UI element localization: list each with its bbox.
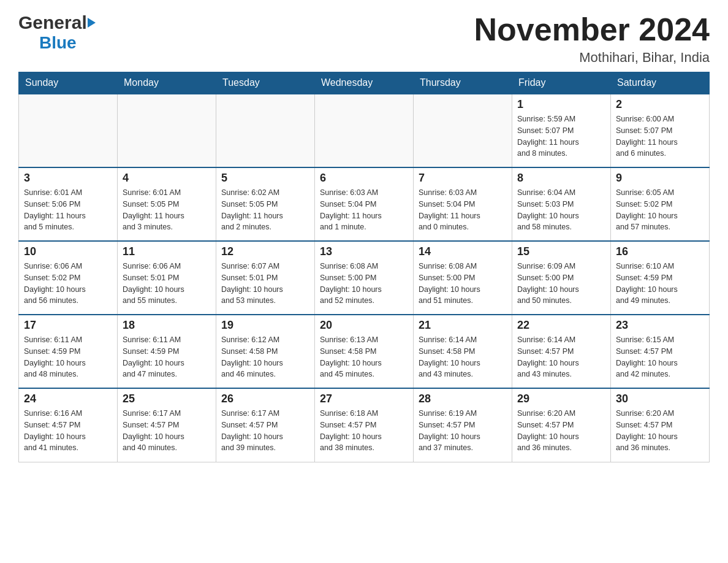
weekday-header-friday: Friday bbox=[512, 72, 611, 94]
weekday-header-wednesday: Wednesday bbox=[315, 72, 414, 94]
calendar-cell: 18Sunrise: 6:11 AM Sunset: 4:59 PM Dayli… bbox=[118, 315, 216, 388]
day-number: 24 bbox=[24, 393, 112, 405]
day-info: Sunrise: 6:18 AM Sunset: 4:57 PM Dayligh… bbox=[320, 408, 408, 454]
day-info: Sunrise: 6:11 AM Sunset: 4:59 PM Dayligh… bbox=[123, 334, 211, 380]
day-number: 15 bbox=[517, 245, 605, 258]
day-info: Sunrise: 6:09 AM Sunset: 5:00 PM Dayligh… bbox=[517, 261, 605, 307]
calendar-cell: 24Sunrise: 6:16 AM Sunset: 4:57 PM Dayli… bbox=[19, 388, 118, 462]
day-info: Sunrise: 6:16 AM Sunset: 4:57 PM Dayligh… bbox=[24, 408, 112, 454]
day-info: Sunrise: 6:17 AM Sunset: 4:57 PM Dayligh… bbox=[123, 408, 211, 454]
weekday-header-row: SundayMondayTuesdayWednesdayThursdayFrid… bbox=[19, 72, 710, 94]
day-info: Sunrise: 6:17 AM Sunset: 4:57 PM Dayligh… bbox=[221, 408, 309, 454]
day-info: Sunrise: 6:03 AM Sunset: 5:04 PM Dayligh… bbox=[419, 187, 507, 233]
calendar-cell: 27Sunrise: 6:18 AM Sunset: 4:57 PM Dayli… bbox=[315, 388, 414, 462]
day-number: 11 bbox=[123, 245, 211, 258]
day-info: Sunrise: 6:14 AM Sunset: 4:57 PM Dayligh… bbox=[517, 334, 605, 380]
day-info: Sunrise: 6:11 AM Sunset: 4:59 PM Dayligh… bbox=[24, 334, 112, 380]
day-number: 23 bbox=[616, 319, 704, 332]
day-number: 10 bbox=[24, 245, 112, 258]
day-number: 8 bbox=[517, 172, 605, 185]
logo: General Blue bbox=[18, 12, 96, 53]
day-number: 27 bbox=[320, 393, 408, 405]
calendar-cell: 20Sunrise: 6:13 AM Sunset: 4:58 PM Dayli… bbox=[315, 315, 414, 388]
calendar-cell: 7Sunrise: 6:03 AM Sunset: 5:04 PM Daylig… bbox=[414, 167, 512, 241]
day-number: 7 bbox=[419, 172, 507, 185]
calendar-cell: 29Sunrise: 6:20 AM Sunset: 4:57 PM Dayli… bbox=[512, 388, 611, 462]
weekday-header-monday: Monday bbox=[118, 72, 216, 94]
day-info: Sunrise: 6:00 AM Sunset: 5:07 PM Dayligh… bbox=[616, 113, 704, 159]
calendar-week-row: 24Sunrise: 6:16 AM Sunset: 4:57 PM Dayli… bbox=[19, 388, 710, 462]
calendar-cell bbox=[19, 94, 118, 167]
month-title: November 2024 bbox=[474, 12, 710, 47]
day-info: Sunrise: 6:01 AM Sunset: 5:06 PM Dayligh… bbox=[24, 187, 112, 233]
calendar-cell: 16Sunrise: 6:10 AM Sunset: 4:59 PM Dayli… bbox=[611, 241, 710, 315]
logo-general-text: General bbox=[18, 12, 87, 33]
calendar-cell: 30Sunrise: 6:20 AM Sunset: 4:57 PM Dayli… bbox=[611, 388, 710, 462]
day-number: 22 bbox=[517, 319, 605, 332]
day-number: 25 bbox=[123, 393, 211, 405]
location-title: Mothihari, Bihar, India bbox=[474, 50, 710, 66]
calendar-cell: 1Sunrise: 5:59 AM Sunset: 5:07 PM Daylig… bbox=[512, 94, 611, 167]
day-number: 16 bbox=[616, 245, 704, 258]
day-number: 18 bbox=[123, 319, 211, 332]
day-number: 3 bbox=[24, 172, 112, 185]
day-info: Sunrise: 6:06 AM Sunset: 5:02 PM Dayligh… bbox=[24, 261, 112, 307]
day-number: 17 bbox=[24, 319, 112, 332]
calendar-cell: 9Sunrise: 6:05 AM Sunset: 5:02 PM Daylig… bbox=[611, 167, 710, 241]
page-header: General Blue November 2024 Mothihari, Bi… bbox=[18, 12, 710, 66]
day-number: 13 bbox=[320, 245, 408, 258]
day-info: Sunrise: 6:07 AM Sunset: 5:01 PM Dayligh… bbox=[221, 261, 309, 307]
calendar-cell: 4Sunrise: 6:01 AM Sunset: 5:05 PM Daylig… bbox=[118, 167, 216, 241]
calendar-cell bbox=[118, 94, 216, 167]
day-number: 21 bbox=[419, 319, 507, 332]
logo-blue-text: Blue bbox=[39, 33, 77, 53]
day-info: Sunrise: 6:15 AM Sunset: 4:57 PM Dayligh… bbox=[616, 334, 704, 380]
calendar-cell: 5Sunrise: 6:02 AM Sunset: 5:05 PM Daylig… bbox=[216, 167, 315, 241]
calendar-cell: 17Sunrise: 6:11 AM Sunset: 4:59 PM Dayli… bbox=[19, 315, 118, 388]
day-info: Sunrise: 6:13 AM Sunset: 4:58 PM Dayligh… bbox=[320, 334, 408, 380]
day-info: Sunrise: 6:08 AM Sunset: 5:00 PM Dayligh… bbox=[419, 261, 507, 307]
calendar-week-row: 3Sunrise: 6:01 AM Sunset: 5:06 PM Daylig… bbox=[19, 167, 710, 241]
day-number: 9 bbox=[616, 172, 704, 185]
day-number: 30 bbox=[616, 393, 704, 405]
calendar-cell: 15Sunrise: 6:09 AM Sunset: 5:00 PM Dayli… bbox=[512, 241, 611, 315]
day-number: 28 bbox=[419, 393, 507, 405]
title-section: November 2024 Mothihari, Bihar, India bbox=[474, 12, 710, 66]
day-number: 5 bbox=[221, 172, 309, 185]
day-info: Sunrise: 6:03 AM Sunset: 5:04 PM Dayligh… bbox=[320, 187, 408, 233]
day-info: Sunrise: 6:05 AM Sunset: 5:02 PM Dayligh… bbox=[616, 187, 704, 233]
calendar-cell: 28Sunrise: 6:19 AM Sunset: 4:57 PM Dayli… bbox=[414, 388, 512, 462]
calendar-week-row: 17Sunrise: 6:11 AM Sunset: 4:59 PM Dayli… bbox=[19, 315, 710, 388]
calendar-table: SundayMondayTuesdayWednesdayThursdayFrid… bbox=[18, 72, 710, 462]
calendar-cell: 22Sunrise: 6:14 AM Sunset: 4:57 PM Dayli… bbox=[512, 315, 611, 388]
day-info: Sunrise: 6:10 AM Sunset: 4:59 PM Dayligh… bbox=[616, 261, 704, 307]
calendar-cell: 26Sunrise: 6:17 AM Sunset: 4:57 PM Dayli… bbox=[216, 388, 315, 462]
day-number: 6 bbox=[320, 172, 408, 185]
calendar-cell bbox=[414, 94, 512, 167]
logo-arrow-icon bbox=[88, 18, 96, 28]
calendar-cell: 21Sunrise: 6:14 AM Sunset: 4:58 PM Dayli… bbox=[414, 315, 512, 388]
weekday-header-sunday: Sunday bbox=[19, 72, 118, 94]
day-number: 29 bbox=[517, 393, 605, 405]
calendar-cell: 8Sunrise: 6:04 AM Sunset: 5:03 PM Daylig… bbox=[512, 167, 611, 241]
day-number: 14 bbox=[419, 245, 507, 258]
day-number: 20 bbox=[320, 319, 408, 332]
calendar-week-row: 10Sunrise: 6:06 AM Sunset: 5:02 PM Dayli… bbox=[19, 241, 710, 315]
calendar-cell bbox=[315, 94, 414, 167]
calendar-cell: 19Sunrise: 6:12 AM Sunset: 4:58 PM Dayli… bbox=[216, 315, 315, 388]
day-number: 12 bbox=[221, 245, 309, 258]
day-info: Sunrise: 6:14 AM Sunset: 4:58 PM Dayligh… bbox=[419, 334, 507, 380]
day-info: Sunrise: 6:20 AM Sunset: 4:57 PM Dayligh… bbox=[517, 408, 605, 454]
calendar-cell: 12Sunrise: 6:07 AM Sunset: 5:01 PM Dayli… bbox=[216, 241, 315, 315]
calendar-cell: 13Sunrise: 6:08 AM Sunset: 5:00 PM Dayli… bbox=[315, 241, 414, 315]
day-info: Sunrise: 6:01 AM Sunset: 5:05 PM Dayligh… bbox=[123, 187, 211, 233]
weekday-header-thursday: Thursday bbox=[414, 72, 512, 94]
day-info: Sunrise: 6:06 AM Sunset: 5:01 PM Dayligh… bbox=[123, 261, 211, 307]
weekday-header-tuesday: Tuesday bbox=[216, 72, 315, 94]
calendar-cell bbox=[216, 94, 315, 167]
calendar-cell: 25Sunrise: 6:17 AM Sunset: 4:57 PM Dayli… bbox=[118, 388, 216, 462]
calendar-cell: 2Sunrise: 6:00 AM Sunset: 5:07 PM Daylig… bbox=[611, 94, 710, 167]
calendar-week-row: 1Sunrise: 5:59 AM Sunset: 5:07 PM Daylig… bbox=[19, 94, 710, 167]
calendar-cell: 3Sunrise: 6:01 AM Sunset: 5:06 PM Daylig… bbox=[19, 167, 118, 241]
day-info: Sunrise: 6:19 AM Sunset: 4:57 PM Dayligh… bbox=[419, 408, 507, 454]
